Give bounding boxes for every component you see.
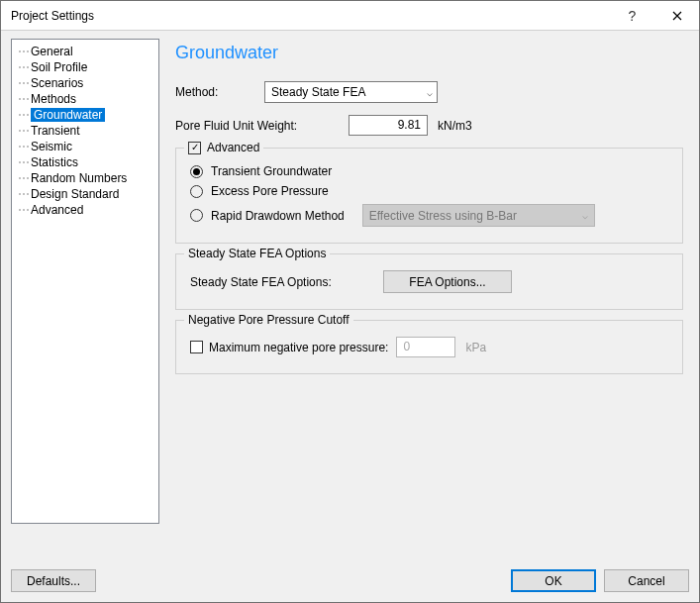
method-value: Steady State FEA — [271, 85, 365, 99]
radio-rapid[interactable]: Rapid Drawdown Method Effective Stress u… — [190, 204, 672, 227]
radio-icon — [190, 209, 203, 222]
rapid-method-select: Effective Stress using B-Bar ⌵ — [362, 204, 595, 227]
nav-item-random-numbers[interactable]: ⋯Random Numbers — [14, 170, 156, 186]
negative-pressure-group: Negative Pore Pressure Cutoff Maximum ne… — [175, 320, 683, 374]
max-neg-input: 0 — [396, 337, 455, 357]
radio-excess[interactable]: Excess Pore Pressure — [190, 184, 672, 198]
window-title: Project Settings — [11, 9, 610, 23]
dialog-footer: Defaults... OK Cancel — [1, 569, 699, 602]
pore-weight-label: Pore Fluid Unit Weight: — [175, 119, 349, 133]
radio-icon — [190, 185, 203, 198]
title-bar: Project Settings ? — [1, 1, 699, 31]
negative-title: Negative Pore Pressure Cutoff — [184, 313, 353, 327]
nav-item-advanced[interactable]: ⋯Advanced — [14, 202, 156, 218]
chevron-down-icon: ⌵ — [582, 210, 588, 221]
nav-item-soil-profile[interactable]: ⋯Soil Profile — [14, 59, 156, 75]
page-title: Groundwater — [175, 43, 689, 63]
checkbox-icon: ✓ — [188, 142, 201, 154]
defaults-button[interactable]: Defaults... — [11, 569, 96, 592]
main-panel: Groundwater Method: Steady State FEA ⌵ P… — [169, 39, 689, 563]
radio-icon — [190, 165, 203, 178]
pore-weight-unit: kN/m3 — [438, 119, 472, 133]
method-label: Method: — [175, 85, 264, 99]
nav-item-methods[interactable]: ⋯Methods — [14, 91, 156, 107]
nav-item-scenarios[interactable]: ⋯Scenarios — [14, 75, 156, 91]
pore-weight-input[interactable]: 9.81 — [349, 115, 428, 136]
chevron-down-icon: ⌵ — [427, 87, 433, 98]
fea-label: Steady State FEA Options: — [190, 275, 383, 289]
project-settings-dialog: Project Settings ? ⋯General ⋯Soil Profil… — [0, 0, 700, 603]
nav-item-transient[interactable]: ⋯Transient — [14, 123, 156, 139]
nav-item-groundwater[interactable]: ⋯Groundwater — [14, 107, 156, 123]
max-neg-checkbox[interactable] — [190, 341, 203, 353]
dialog-body: ⋯General ⋯Soil Profile ⋯Scenarios ⋯Metho… — [1, 31, 699, 569]
fea-options-button[interactable]: FEA Options... — [383, 270, 512, 293]
close-button[interactable] — [654, 1, 699, 31]
radio-transient[interactable]: Transient Groundwater — [190, 164, 672, 178]
max-neg-label: Maximum negative pore pressure: — [209, 341, 388, 354]
nav-item-statistics[interactable]: ⋯Statistics — [14, 154, 156, 170]
cancel-button[interactable]: Cancel — [604, 569, 689, 592]
advanced-group: ✓ Advanced Transient Groundwater Excess … — [175, 148, 683, 244]
nav-item-general[interactable]: ⋯General — [14, 44, 156, 59]
ok-button[interactable]: OK — [511, 569, 596, 592]
fea-title: Steady State FEA Options — [184, 247, 330, 260]
nav-item-design-standard[interactable]: ⋯Design Standard — [14, 186, 156, 202]
method-select[interactable]: Steady State FEA ⌵ — [264, 81, 438, 103]
help-button[interactable]: ? — [610, 1, 654, 31]
fea-options-group: Steady State FEA Options Steady State FE… — [175, 253, 683, 310]
advanced-checkbox[interactable]: ✓ Advanced — [184, 141, 263, 154]
nav-tree: ⋯General ⋯Soil Profile ⋯Scenarios ⋯Metho… — [11, 39, 159, 524]
advanced-title: Advanced — [207, 141, 259, 154]
nav-item-seismic[interactable]: ⋯Seismic — [14, 139, 156, 154]
max-neg-unit: kPa — [465, 341, 486, 354]
